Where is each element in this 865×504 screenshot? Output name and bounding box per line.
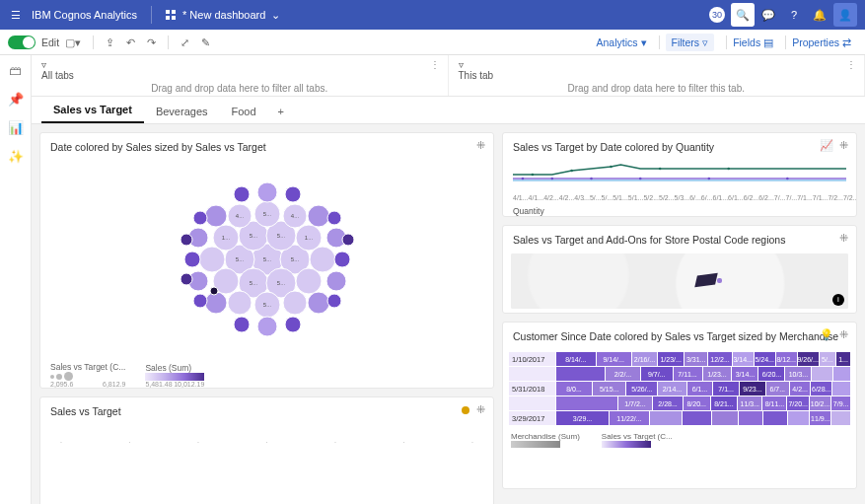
card-menu-icon[interactable]: ⁜ (839, 232, 848, 245)
fields-link[interactable]: Fields ▤ (733, 36, 773, 48)
svg-point-34 (285, 317, 301, 332)
search-icon[interactable]: 🔍 (731, 3, 755, 27)
filters-link[interactable]: Filters ▿ (666, 34, 715, 51)
svg-text:5...: 5... (235, 256, 244, 262)
svg-text:5...: 5... (262, 211, 271, 217)
svg-point-37 (193, 294, 207, 308)
svg-point-41 (180, 273, 192, 285)
svg-text:5...: 5... (262, 302, 271, 308)
svg-point-30 (334, 252, 350, 267)
redo-icon[interactable]: ↷ (147, 36, 156, 48)
lightbulb-icon[interactable]: 💡 (820, 328, 833, 341)
more-tools-icon[interactable]: ✎ (201, 36, 210, 48)
warning-status-icon (462, 406, 469, 414)
tab-sales-vs-target[interactable]: Sales vs Target (41, 98, 144, 123)
svg-point-28 (257, 317, 277, 336)
card-title: Date colored by Sales sized by Sales vs … (40, 133, 493, 161)
svg-point-39 (180, 234, 192, 246)
svg-point-56 (522, 178, 525, 180)
dashboard-name: * New dashboard (182, 9, 265, 21)
svg-point-26 (308, 292, 329, 314)
card-treemap[interactable]: Customer Since Date colored by Sales vs … (502, 322, 857, 489)
card-menu-icon[interactable]: ⁜ (476, 403, 485, 416)
widgets-icon[interactable]: ✨ (8, 149, 24, 164)
card-menu-icon[interactable]: ⁜ (839, 328, 848, 341)
visualizations-icon[interactable]: 📊 (8, 120, 24, 135)
bell-icon[interactable]: 🔔 (808, 3, 831, 27)
svg-point-24 (326, 271, 346, 291)
svg-point-57 (550, 178, 553, 180)
bubble-legend: Sales vs Target (C... 2,095.66,812.9 Sal… (40, 358, 493, 389)
map-region-icon (694, 273, 717, 288)
chat-icon[interactable]: 💬 (757, 3, 780, 27)
svg-point-42 (210, 287, 218, 295)
svg-point-40 (342, 234, 354, 246)
filter-dropzones: ▿ ⋮ All tabs Drag and drop data here to … (32, 55, 865, 97)
card-sales-vs-target[interactable]: Sales vs Target ⁜ ······· (39, 396, 494, 504)
svg-text:5...: 5... (262, 256, 271, 262)
svg-point-27 (257, 182, 277, 202)
svg-point-38 (327, 294, 341, 308)
line-legend: Quantity 12345 (503, 203, 856, 217)
edit-label: Edit (41, 36, 59, 48)
tab-food[interactable]: Food (220, 100, 268, 123)
svg-point-62 (532, 174, 535, 177)
svg-point-61 (786, 178, 789, 180)
share-icon[interactable]: ⇪ (106, 36, 114, 48)
svg-text:5...: 5... (276, 280, 285, 286)
svg-point-64 (610, 166, 613, 169)
dashboard-tabs: Sales vs Target Beverages Food + (32, 97, 865, 124)
svg-point-35 (193, 211, 207, 225)
svg-point-29 (184, 252, 200, 267)
line-chart (503, 161, 856, 192)
edit-toggle[interactable] (8, 36, 36, 49)
svg-point-25 (205, 292, 227, 314)
map-info-icon[interactable]: i (832, 294, 844, 306)
filter-all-tabs[interactable]: ▿ ⋮ All tabs Drag and drop data here to … (32, 55, 449, 96)
svg-point-66 (727, 168, 730, 171)
map-viz[interactable]: i (511, 253, 848, 309)
filter-icon: ▿ (459, 59, 464, 70)
svg-point-19 (205, 205, 227, 227)
expand-icon[interactable]: ⤢ (180, 36, 189, 48)
dashboard-switcher[interactable]: * New dashboard ⌄ (166, 9, 280, 22)
save-menu-icon[interactable]: ▢▾ (65, 36, 81, 48)
undo-icon[interactable]: ↶ (126, 36, 135, 48)
svg-point-58 (590, 178, 593, 180)
user-avatar-icon[interactable]: 👤 (833, 3, 857, 27)
treemap-legend: Merchandise (Sum) Sales vs Target (C... (503, 430, 856, 450)
card-menu-icon[interactable]: ⁜ (476, 139, 485, 152)
menu-icon[interactable]: ☰ (8, 9, 24, 22)
pin-icon[interactable]: 📌 (8, 92, 24, 107)
bubble-chart: 5...5...5... 5...5...5... 5...5...5... 4… (40, 161, 493, 358)
tab-beverages[interactable]: Beverages (144, 100, 220, 123)
notifications-badge[interactable]: 30 (705, 3, 729, 27)
svg-point-65 (659, 168, 662, 171)
svg-text:1...: 1... (304, 235, 313, 241)
svg-point-10 (296, 268, 322, 294)
more-icon[interactable]: ⋮ (430, 59, 440, 70)
chart-type-icon[interactable]: 📈 (820, 139, 833, 152)
svg-point-32 (285, 186, 301, 202)
sources-icon[interactable]: 🗃 (9, 63, 22, 78)
svg-text:4...: 4... (235, 213, 244, 219)
filter-icon: ▿ (41, 59, 46, 70)
analytics-link[interactable]: Analytics ▾ (597, 36, 647, 48)
svg-point-36 (327, 211, 341, 225)
grid-icon (166, 10, 177, 21)
filter-this-tab[interactable]: ▿ ⋮ This tab Drag and drop data here to … (449, 55, 866, 96)
svg-point-31 (234, 186, 250, 202)
card-bubble[interactable]: Date colored by Sales sized by Sales vs … (39, 132, 494, 389)
svg-text:1...: 1... (221, 235, 230, 241)
help-icon[interactable]: ? (782, 3, 806, 27)
svg-point-63 (570, 170, 573, 173)
card-line[interactable]: Sales vs Target by Date colored by Quant… (502, 132, 857, 217)
card-menu-icon[interactable]: ⁜ (839, 139, 848, 152)
card-title: Sales vs Target by Date colored by Quant… (503, 133, 856, 161)
add-tab-button[interactable]: + (268, 100, 294, 123)
properties-link[interactable]: Properties ⇄ (792, 36, 851, 48)
edit-toolbar: Edit ▢▾ ⇪ ↶ ↷ ⤢ ✎ Analytics ▾ Filters ▿ … (0, 30, 865, 55)
svg-point-17 (228, 291, 252, 315)
more-icon[interactable]: ⋮ (846, 59, 856, 70)
card-map[interactable]: Sales vs Target and Add-Ons for Store Po… (502, 225, 857, 314)
